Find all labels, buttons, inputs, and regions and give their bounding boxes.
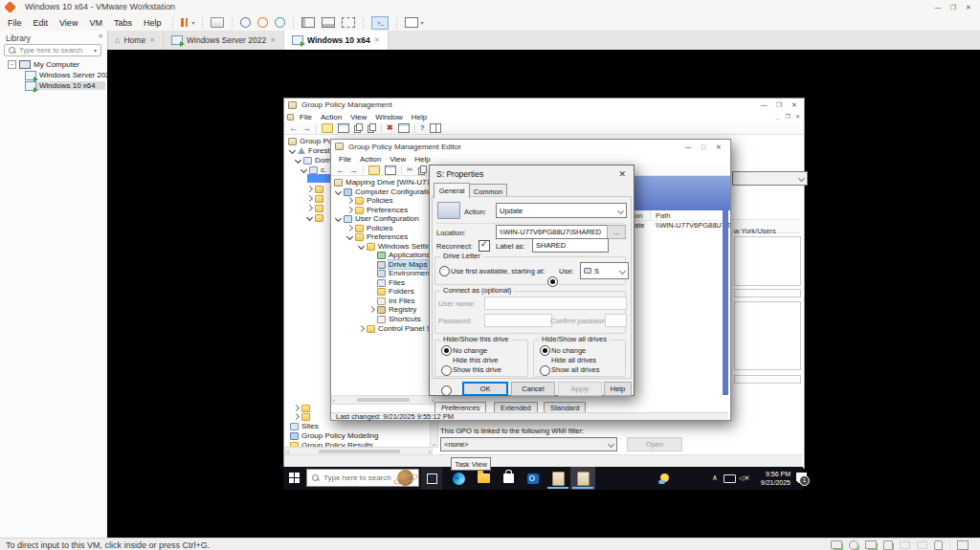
gpme-tree-preferences[interactable]: Preferences bbox=[347, 206, 408, 214]
tree-expanded-icon[interactable] bbox=[335, 188, 342, 195]
delete-icon[interactable]: ✖ bbox=[387, 123, 393, 133]
show-library-icon[interactable] bbox=[301, 17, 315, 28]
tray-clock[interactable]: 9:56 PM 9/21/2025 bbox=[756, 470, 791, 487]
gpme-list-header-action[interactable]: on bbox=[635, 211, 642, 220]
user-name-input[interactable] bbox=[484, 297, 627, 310]
copy-icon[interactable] bbox=[354, 123, 363, 133]
scroll-left-icon[interactable]: ‹ bbox=[333, 397, 335, 403]
gpm-menu-help[interactable]: Help bbox=[412, 113, 427, 121]
gpme-tree-registry[interactable]: Registry bbox=[369, 305, 416, 314]
saturn-image[interactable] bbox=[397, 470, 413, 486]
gpme-tree-windows-settings[interactable]: Windows Settings bbox=[359, 242, 433, 251]
taskbar-gpme-app-active[interactable] bbox=[570, 467, 595, 490]
window-icon[interactable] bbox=[338, 123, 349, 133]
tree-expanded-icon[interactable] bbox=[301, 166, 307, 173]
menu-file[interactable]: File bbox=[8, 18, 22, 28]
back-icon[interactable]: ← bbox=[289, 123, 298, 133]
vmware-close-button[interactable]: ✕ bbox=[961, 2, 976, 12]
gpo-status-dropdown[interactable] bbox=[732, 171, 808, 186]
taskbar-gpm-app[interactable] bbox=[546, 467, 570, 490]
gpme-tree-computer-configuration[interactable]: Computer Configuration bbox=[336, 187, 433, 196]
gpme-menu-view[interactable]: View bbox=[390, 155, 406, 164]
gpm-child-close-button[interactable]: ✕ bbox=[795, 113, 800, 121]
usb-device-icon[interactable] bbox=[917, 541, 927, 549]
menu-view[interactable]: View bbox=[59, 18, 78, 28]
gpme-tree-folders[interactable]: Folders bbox=[377, 287, 414, 296]
gpm-tree-item-collapsed[interactable] bbox=[307, 204, 323, 212]
window-icon[interactable] bbox=[385, 165, 396, 175]
unity-view-button[interactable]: ▾ bbox=[405, 17, 423, 28]
cut-icon[interactable]: ✂ bbox=[407, 165, 413, 175]
folder-action-icon[interactable] bbox=[322, 123, 333, 133]
tree-collapsed-icon[interactable] bbox=[306, 195, 313, 202]
ctrl-alt-del-icon[interactable] bbox=[211, 17, 224, 28]
column-divider[interactable] bbox=[650, 210, 651, 220]
gpme-tree-user-configuration[interactable]: User Configuration bbox=[336, 214, 419, 223]
gpme-tree-environment[interactable]: Environment bbox=[377, 269, 432, 277]
tree-collapsed-icon[interactable] bbox=[346, 225, 353, 231]
gpm-menu-view[interactable]: View bbox=[350, 113, 367, 121]
tree-collapsed-icon[interactable] bbox=[346, 197, 353, 204]
all-no-change-radio[interactable] bbox=[540, 345, 550, 356]
manage-snapshots-icon[interactable] bbox=[275, 17, 285, 28]
task-view-button[interactable] bbox=[421, 467, 442, 490]
tree-expanded-icon[interactable] bbox=[306, 214, 313, 221]
back-icon[interactable]: ← bbox=[336, 165, 345, 175]
gpme-tree-user-policies[interactable]: Policies bbox=[347, 224, 393, 232]
gpme-list-header-path[interactable]: Path bbox=[656, 211, 670, 220]
hide-all-drives-radio[interactable] bbox=[540, 365, 550, 376]
columns-icon[interactable] bbox=[430, 123, 441, 133]
sound-icon[interactable] bbox=[883, 540, 893, 550]
vmware-maximize-button[interactable]: ❐ bbox=[946, 2, 961, 12]
dialog-close-icon[interactable]: ✕ bbox=[618, 169, 626, 179]
gpm-tree-domain[interactable]: c. bbox=[301, 165, 326, 174]
dialog-tab-general[interactable]: General bbox=[434, 183, 470, 198]
gpm-child-restore-button[interactable]: ❐ bbox=[786, 113, 791, 121]
tree-expanded-icon[interactable] bbox=[289, 147, 296, 154]
gpm-tree-sites[interactable]: Sites bbox=[290, 422, 319, 430]
reconnect-checkbox[interactable] bbox=[479, 240, 490, 252]
menu-edit[interactable]: Edit bbox=[33, 18, 49, 28]
tab-win10-close-icon[interactable]: ✕ bbox=[374, 36, 380, 44]
ok-button[interactable]: OK bbox=[462, 382, 508, 396]
weather-icon[interactable] bbox=[660, 473, 669, 482]
browse-button[interactable]: ... bbox=[607, 225, 626, 239]
tree-collapsed-icon[interactable] bbox=[293, 413, 300, 420]
usb-device-icon[interactable] bbox=[900, 541, 910, 549]
use-drive-radio[interactable] bbox=[547, 276, 558, 287]
tab-windows-10-x64[interactable]: Windows 10 x64 ✕ bbox=[284, 31, 388, 50]
apply-button[interactable]: Apply bbox=[558, 382, 602, 396]
tray-show-hidden-icons-icon[interactable]: ∧ bbox=[712, 473, 718, 483]
tree-collapsed-icon[interactable] bbox=[306, 186, 313, 192]
tree-expanded-icon[interactable] bbox=[346, 233, 353, 240]
tree-collapse-icon[interactable]: − bbox=[8, 60, 16, 69]
gpm-tree-item-collapsed[interactable] bbox=[307, 185, 323, 193]
gpm-restore-button[interactable]: ❐ bbox=[771, 99, 787, 110]
copy-icon[interactable] bbox=[418, 165, 427, 175]
tray-volume-muted-icon[interactable]: ◁✕ bbox=[739, 473, 749, 483]
menu-vm[interactable]: VM bbox=[89, 18, 102, 28]
gpme-close-button[interactable]: ✕ bbox=[711, 142, 726, 152]
gpme-tree-files[interactable]: Files bbox=[377, 278, 405, 287]
password-input[interactable] bbox=[484, 314, 552, 327]
action-center-button[interactable]: 1 bbox=[796, 473, 807, 483]
tree-expanded-icon[interactable] bbox=[295, 157, 301, 164]
scroll-down-icon[interactable]: ⌄ bbox=[432, 440, 436, 447]
library-item-my-computer[interactable]: − My Computer bbox=[8, 60, 79, 69]
taskbar-outlook[interactable] bbox=[521, 467, 546, 490]
scroll-right-icon[interactable]: › bbox=[432, 397, 434, 403]
tree-collapsed-icon[interactable] bbox=[358, 325, 365, 332]
tree-collapsed-icon[interactable] bbox=[368, 306, 375, 313]
gpm-child-minimize-button[interactable]: ＿ bbox=[775, 113, 781, 121]
menu-help[interactable]: Help bbox=[144, 18, 162, 28]
gpme-tree-shortcuts[interactable]: Shortcuts bbox=[377, 315, 421, 323]
tab-home-close-icon[interactable]: ✕ bbox=[149, 36, 155, 44]
gpm-wmi-dropdown[interactable]: <none> bbox=[440, 437, 617, 451]
gpm-open-button[interactable]: Open bbox=[627, 437, 682, 451]
gpm-tree-selected-item[interactable] bbox=[307, 174, 331, 183]
gpme-tree-user-preferences[interactable]: Preferences bbox=[347, 232, 408, 241]
cancel-button[interactable]: Cancel bbox=[511, 382, 555, 396]
show-this-drive-radio[interactable] bbox=[441, 385, 452, 396]
tree-collapsed-icon[interactable] bbox=[293, 405, 300, 411]
tree-expanded-icon[interactable] bbox=[358, 243, 365, 250]
